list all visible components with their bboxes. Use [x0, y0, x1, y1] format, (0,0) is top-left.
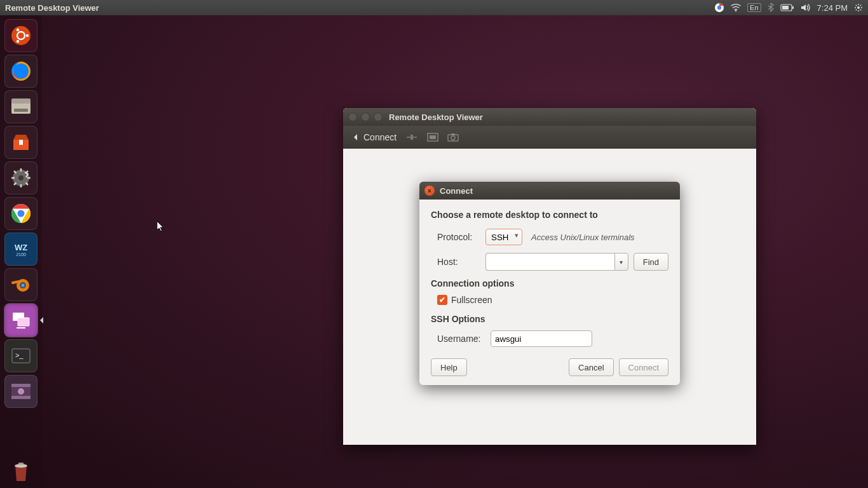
- svg-rect-15: [14, 109, 28, 112]
- svg-rect-42: [451, 133, 455, 135]
- svg-text:>_: >_: [15, 351, 24, 359]
- launcher-blender[interactable]: [4, 268, 37, 301]
- svg-point-21: [18, 210, 25, 217]
- window-titlebar[interactable]: Remote Desktop Viewer: [343, 108, 756, 126]
- launcher-files[interactable]: [4, 90, 37, 123]
- active-app-title: Remote Desktop Viewer: [5, 3, 99, 13]
- connection-options-title: Connection options: [431, 278, 668, 288]
- svg-rect-29: [17, 327, 25, 329]
- launcher-remote-desktop[interactable]: [4, 304, 37, 337]
- mouse-cursor-icon: [156, 220, 165, 233]
- launcher-warzone[interactable]: WZ2100: [4, 233, 37, 266]
- svg-rect-39: [430, 135, 436, 139]
- window-minimize-icon[interactable]: [361, 112, 370, 121]
- svg-rect-14: [11, 98, 31, 104]
- help-button[interactable]: Help: [431, 358, 467, 376]
- svg-point-9: [26, 34, 29, 37]
- volume-icon[interactable]: [801, 3, 811, 12]
- connect-dialog: × Connect Choose a remote desktop to con…: [419, 182, 680, 385]
- battery-icon[interactable]: [780, 4, 794, 11]
- ssh-options-title: SSH Options: [431, 314, 668, 324]
- cancel-button[interactable]: Cancel: [569, 358, 613, 376]
- chrome-indicator-icon[interactable]: [714, 3, 724, 13]
- launcher-software-center[interactable]: [4, 126, 37, 159]
- svg-point-2: [735, 10, 736, 11]
- toolbar-screenshot-button: [447, 133, 459, 142]
- protocol-select[interactable]: SSH: [485, 229, 522, 245]
- launcher-media-player[interactable]: [4, 375, 37, 408]
- svg-rect-37: [18, 463, 24, 464]
- svg-point-1: [717, 6, 721, 10]
- svg-point-11: [17, 40, 19, 43]
- window-maximize-icon[interactable]: [374, 112, 383, 121]
- dialog-heading: Choose a remote desktop to connect to: [431, 210, 668, 220]
- dialog-close-icon[interactable]: ×: [424, 186, 435, 196]
- svg-point-41: [451, 136, 455, 140]
- svg-rect-16: [19, 140, 23, 145]
- window-close-icon[interactable]: [348, 112, 357, 121]
- svg-rect-33: [11, 384, 31, 387]
- bluetooth-icon[interactable]: [768, 3, 774, 12]
- toolbar-connect-button[interactable]: Connect: [348, 132, 397, 142]
- connect-button[interactable]: Connect: [619, 358, 668, 376]
- toolbar-fullscreen-button: [427, 133, 438, 142]
- svg-rect-4: [792, 6, 794, 9]
- window-toolbar: Connect: [343, 126, 756, 149]
- svg-rect-34: [11, 396, 31, 399]
- dialog-titlebar[interactable]: × Connect: [419, 182, 680, 200]
- svg-text:WZ: WZ: [15, 243, 27, 252]
- svg-point-35: [18, 388, 24, 395]
- svg-rect-5: [782, 6, 789, 10]
- remote-desktop-viewer-window: Remote Desktop Viewer Connect × Connect …: [343, 108, 756, 445]
- username-label: Username:: [437, 334, 485, 344]
- svg-point-18: [18, 175, 24, 180]
- protocol-label: Protocol:: [437, 232, 480, 242]
- plug-icon: [348, 133, 360, 142]
- svg-point-6: [857, 6, 860, 9]
- unity-launcher: WZ2100 >_: [0, 15, 42, 488]
- launcher-terminal[interactable]: >_: [4, 339, 37, 372]
- launcher-settings[interactable]: [4, 161, 37, 194]
- fullscreen-checkbox[interactable]: ✔ Fullscreen: [431, 295, 668, 305]
- host-label: Host:: [437, 257, 480, 267]
- svg-text:2100: 2100: [16, 252, 26, 257]
- fullscreen-label: Fullscreen: [451, 295, 492, 305]
- checkbox-checked-icon: ✔: [437, 295, 447, 305]
- keyboard-layout-indicator[interactable]: En: [747, 3, 761, 12]
- launcher-firefox[interactable]: [4, 55, 37, 88]
- svg-point-26: [22, 284, 25, 287]
- svg-point-10: [17, 29, 19, 31]
- launcher-ubuntu-dash[interactable]: [4, 19, 37, 52]
- username-input[interactable]: [491, 330, 592, 347]
- window-title: Remote Desktop Viewer: [389, 112, 483, 122]
- launcher-trash[interactable]: [4, 455, 37, 488]
- protocol-hint: Access Unix/Linux terminals: [531, 233, 635, 242]
- host-dropdown-icon[interactable]: ▾: [614, 253, 628, 271]
- launcher-chrome[interactable]: [4, 197, 37, 230]
- top-menu-bar: Remote Desktop Viewer En 7:24 PM: [0, 0, 868, 15]
- system-gear-icon[interactable]: [854, 3, 863, 12]
- clock[interactable]: 7:24 PM: [817, 3, 848, 13]
- toolbar-disconnect-button: [405, 133, 418, 142]
- svg-rect-28: [18, 318, 29, 326]
- network-icon[interactable]: [731, 3, 741, 12]
- dialog-title: Connect: [440, 186, 473, 196]
- find-button[interactable]: Find: [634, 253, 668, 271]
- host-input[interactable]: [485, 253, 614, 271]
